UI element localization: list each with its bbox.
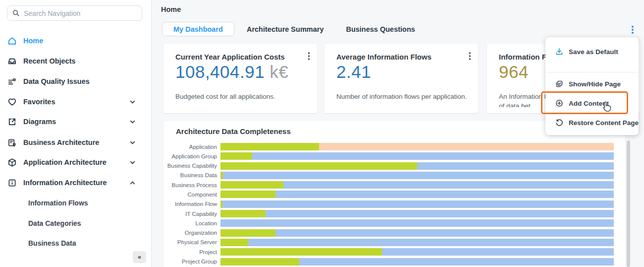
menu-item-restore-content-page[interactable]: Restore Content Page bbox=[545, 116, 639, 130]
chart-row-label: Component bbox=[163, 192, 220, 198]
chart-bar[interactable] bbox=[220, 143, 614, 150]
chart-row-label: Application Group bbox=[163, 153, 220, 159]
chart-bar[interactable] bbox=[220, 152, 614, 160]
chart-row-label: Physical Server bbox=[163, 239, 220, 245]
chart-bar[interactable] bbox=[220, 258, 614, 266]
chart-bar-complete-segment bbox=[220, 200, 222, 208]
sidebar-item-data-categories[interactable]: Data Categories bbox=[28, 216, 137, 231]
chart-row: Application Group bbox=[163, 152, 625, 160]
tab-architecture-summary[interactable]: Architecture Summary bbox=[247, 25, 324, 33]
recent-objects-icon bbox=[7, 56, 17, 66]
sidebar-item-recent-objects[interactable]: Recent Objects bbox=[7, 54, 145, 68]
chart-row: Project Group bbox=[163, 258, 625, 266]
sidebar-item-label: Information Architecture bbox=[23, 179, 107, 187]
chart-bar-complete-segment bbox=[220, 191, 275, 198]
menu-item-add-content[interactable]: Add Content bbox=[545, 96, 639, 110]
chart-row-label: Information Flow bbox=[163, 201, 220, 207]
kpi-unit: k€ bbox=[265, 62, 288, 81]
kpi-title: Average Information Flows bbox=[336, 53, 431, 61]
chart-bar[interactable] bbox=[220, 219, 614, 227]
diagrams-icon bbox=[7, 117, 17, 127]
chart-row-label: Business Process bbox=[163, 182, 220, 188]
tab-business-questions[interactable]: Business Questions bbox=[346, 25, 415, 33]
restore-icon bbox=[555, 118, 564, 127]
sidebar-item-label: Data Quality Issues bbox=[23, 77, 90, 85]
chevron-down-icon[interactable] bbox=[129, 139, 136, 146]
sidebar-item-label: Recent Objects bbox=[23, 57, 76, 65]
kpi-card-average-information-flows: Average Information Flows 2.41 Number of… bbox=[324, 44, 478, 113]
chevron-down-icon[interactable] bbox=[129, 119, 136, 125]
sidebar-item-home[interactable]: Home bbox=[7, 33, 145, 48]
search-box[interactable] bbox=[7, 5, 142, 21]
sidebar-item-information-architecture[interactable]: Information Architecture bbox=[7, 175, 145, 190]
kpi-description-clipped: of data bet bbox=[499, 102, 531, 107]
chart-row-label: Location bbox=[163, 220, 220, 226]
tab-my-dashboard[interactable]: My Dashboard bbox=[162, 22, 234, 36]
sidebar-item-data-quality-issues[interactable]: Data Quality Issues bbox=[7, 74, 145, 89]
chart-row: Business Capability bbox=[163, 162, 625, 170]
vertical-scrollbar[interactable] bbox=[627, 140, 630, 267]
application-architecture-icon bbox=[7, 157, 17, 167]
chart-bar[interactable] bbox=[220, 239, 614, 246]
chart-bar-complete-segment bbox=[220, 152, 252, 160]
chart-bar[interactable] bbox=[220, 229, 614, 237]
sidebar-item-label: Favorites bbox=[23, 98, 55, 106]
main-content: Home My Dashboard Architecture Summary B… bbox=[152, 0, 644, 267]
chart-bar-complete-segment bbox=[220, 172, 223, 179]
chart-row: IT Capability bbox=[163, 210, 625, 217]
chevron-up-icon[interactable] bbox=[129, 180, 136, 186]
chart-bar[interactable] bbox=[220, 210, 614, 217]
kpi-value: 2.41 bbox=[336, 62, 371, 82]
sidebar-subitem-label: Business Data bbox=[28, 239, 76, 247]
chart-rows: ApplicationApplication GroupBusiness Cap… bbox=[163, 143, 625, 267]
chart-row: Organization bbox=[163, 229, 625, 237]
chart-bar-complete-segment bbox=[220, 239, 248, 246]
sidebar-item-label: Diagrams bbox=[23, 118, 56, 126]
menu-item-save-as-default[interactable]: Save as Default bbox=[545, 45, 639, 59]
chart-bar[interactable] bbox=[220, 172, 614, 179]
kpi-description: Number of information flows per applicat… bbox=[336, 92, 467, 101]
page-title: Home bbox=[161, 5, 181, 13]
sidebar-subitem-label: Data Categories bbox=[28, 219, 81, 227]
kpi-description: Budgeted cost for all applications. bbox=[175, 92, 275, 101]
sidebar-item-application-architecture[interactable]: Application Architecture bbox=[7, 155, 145, 170]
menu-divider bbox=[545, 72, 639, 72]
chart-row-label: Business Capability bbox=[163, 163, 220, 169]
chart-title: Architecture Data Completeness bbox=[176, 127, 291, 135]
menu-item-show-hide-page[interactable]: Show/Hide Page bbox=[545, 77, 639, 91]
chart-row-label: Application bbox=[163, 144, 220, 150]
kpi-value: 108,404.91 k€ bbox=[175, 62, 288, 82]
page-options-kebab-icon[interactable] bbox=[630, 24, 635, 35]
chart-row: Business Process bbox=[163, 181, 625, 189]
chart-bar[interactable] bbox=[220, 248, 614, 256]
card-kebab-icon[interactable] bbox=[468, 51, 473, 62]
sidebar-item-information-flows[interactable]: Information Flows bbox=[28, 196, 137, 210]
search-icon bbox=[12, 9, 20, 17]
chart-bar[interactable] bbox=[220, 191, 614, 198]
chart-bar[interactable] bbox=[220, 200, 614, 208]
chart-bar-complete-segment bbox=[220, 258, 299, 266]
chart-bar-complete-segment bbox=[220, 162, 417, 170]
chart-bar-complete-segment bbox=[220, 143, 319, 150]
sidebar-item-label: Home bbox=[23, 37, 43, 45]
chart-row: Location bbox=[163, 219, 625, 227]
sidebar-item-business-data[interactable]: Business Data bbox=[28, 236, 137, 251]
card-kebab-icon[interactable] bbox=[307, 51, 312, 62]
chart-row-label: Business Data bbox=[163, 172, 220, 178]
chart-row: Business Data bbox=[163, 172, 625, 179]
sidebar-collapse-button[interactable]: « bbox=[133, 251, 146, 263]
chart-row: Project bbox=[163, 248, 625, 256]
sidebar-item-business-architecture[interactable]: Business Architecture bbox=[7, 135, 145, 150]
chart-bar[interactable] bbox=[220, 162, 614, 170]
sidebar-item-diagrams[interactable]: Diagrams bbox=[7, 114, 145, 129]
chart-bar-complete-segment bbox=[220, 181, 283, 189]
chevron-down-icon[interactable] bbox=[129, 159, 136, 166]
chart-card: Architecture Data Completeness Applicati… bbox=[163, 121, 625, 267]
sidebar-item-favorites[interactable]: Favorites bbox=[7, 94, 145, 109]
chart-row-label: Organization bbox=[163, 230, 220, 236]
chart-row-label: IT Capability bbox=[163, 211, 220, 217]
chevron-down-icon[interactable] bbox=[129, 99, 136, 105]
chart-bar[interactable] bbox=[220, 181, 614, 189]
search-input[interactable] bbox=[24, 9, 137, 17]
chart-row-label: Project bbox=[163, 249, 220, 255]
